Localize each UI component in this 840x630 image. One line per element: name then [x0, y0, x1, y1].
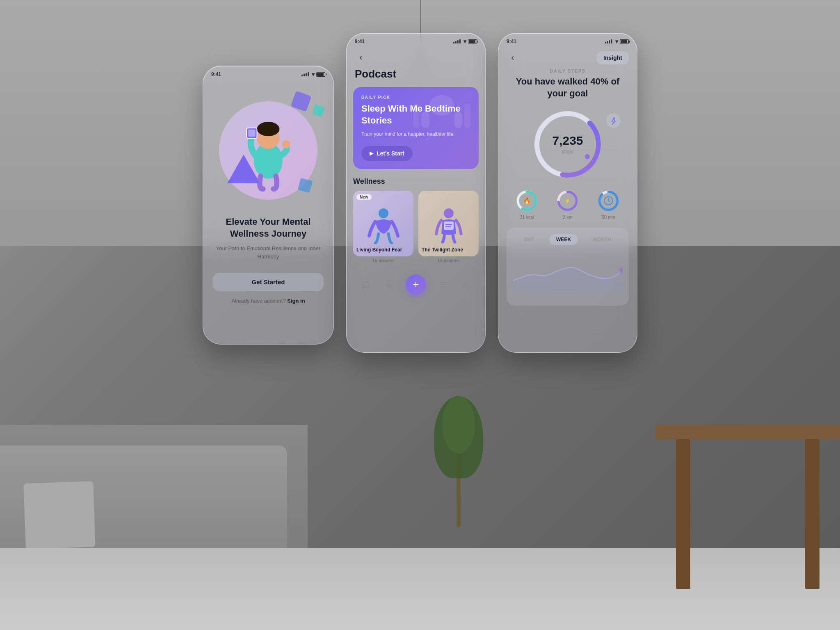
play-icon: ▶ [370, 151, 373, 156]
status-icons-1: ▾ [301, 71, 325, 78]
podcast-header: ‹ [347, 48, 485, 68]
chart-day-th: Th [566, 294, 572, 299]
daily-steps-label: DAILY STEPS [507, 68, 629, 73]
onboarding-content: Elevate Your Mental Wellness Journey You… [203, 216, 333, 316]
battery-icon-2 [468, 39, 477, 44]
wellness-cards-row: New Living Beyond Fear [353, 191, 479, 256]
steps-headline: You have walked 40% of your goal [507, 76, 629, 99]
status-bar-2: 9:41 ▾ [347, 33, 485, 48]
chart-day-mo: Mo [518, 294, 524, 299]
podcast-page-title: Podcast [347, 68, 485, 87]
signin-link[interactable]: Sign in [287, 298, 305, 304]
metric-distance: ⚡ 2 km [556, 189, 579, 219]
deco-square-2 [312, 104, 325, 117]
metric-calories: 🔥 31 kcal [516, 189, 538, 219]
battery-icon-1 [316, 72, 325, 77]
triangle-decoration [227, 155, 260, 183]
svg-point-25 [464, 281, 468, 285]
chart-day-sa: Sa [596, 294, 601, 299]
wellness-card-2[interactable]: The Twilight Zone [418, 191, 479, 256]
chart-tab-month[interactable]: MONTH [587, 234, 618, 245]
chart-day-fr: Fr [582, 294, 586, 299]
chart-day-tu: Tu [534, 294, 539, 299]
lets-start-button[interactable]: ▶ Let's Start [361, 146, 413, 161]
steps-chart-svg [513, 250, 622, 291]
chart-tabs: DAY WEEK MONTH [513, 234, 622, 245]
time-label: 50 min [602, 215, 615, 219]
wellness-card-2-duration: 15 minutes [418, 258, 479, 263]
pillow [23, 481, 95, 549]
add-fab-button[interactable]: + [406, 274, 426, 295]
time-ring [597, 189, 620, 212]
status-icons-2: ▾ [453, 38, 477, 45]
side-table [655, 425, 840, 589]
phone-steps: 9:41 ▾ ‹ Insight DAILY STEPS You have wa… [498, 33, 637, 353]
wellness-duration-row: 15 minutes 15 minutes [353, 258, 479, 263]
svg-point-2 [257, 122, 280, 136]
chart-tab-week[interactable]: WEEK [550, 234, 578, 245]
svg-text:⚡: ⚡ [564, 198, 571, 204]
home-nav-icon[interactable] [361, 280, 371, 290]
signin-prompt: Already have account? Sign in [231, 298, 305, 304]
bottom-nav: + [347, 269, 485, 301]
phone-onboarding: 9:41 ▾ [203, 66, 334, 345]
steps-number: 7,235 [552, 134, 583, 148]
list-nav-icon[interactable] [438, 280, 448, 290]
walker-icon [606, 114, 621, 128]
svg-text:🔥: 🔥 [523, 197, 531, 204]
status-bar-1: 9:41 ▾ [203, 66, 333, 81]
signal-icon-1 [301, 72, 309, 76]
wellness-card-1-title: Living Beyond Fear [356, 247, 410, 253]
status-bar-3: 9:41 ▾ [498, 33, 637, 48]
insight-button[interactable]: Insight [597, 51, 629, 64]
signal-icon-3 [605, 39, 612, 43]
wifi-icon-2: ▾ [463, 38, 466, 45]
distance-label: 2 km [563, 215, 573, 219]
chart-days: Mo Tu We Th Fr Sa Su [513, 294, 622, 299]
chart-tab-day[interactable]: DAY [518, 234, 541, 245]
phones-container: 9:41 ▾ [203, 33, 637, 353]
chart-area [513, 250, 622, 291]
back-button-3[interactable]: ‹ [507, 52, 519, 64]
calories-ring: 🔥 [516, 189, 538, 212]
deco-square [290, 91, 311, 112]
onboarding-illustration [203, 85, 333, 216]
podcast-card-title: Sleep With Me Bedtime Stories [361, 103, 470, 126]
plant [446, 384, 471, 527]
svg-point-30 [613, 117, 614, 119]
distance-ring: ⚡ [556, 189, 579, 212]
wifi-icon-3: ▾ [615, 38, 618, 45]
back-button-2[interactable]: ‹ [355, 51, 367, 64]
wellness-card-2-title: The Twilight Zone [422, 247, 475, 253]
profile-nav-icon[interactable] [461, 280, 471, 290]
svg-rect-20 [387, 281, 390, 286]
onboarding-subtitle: Your Path to Emotional Resilience and In… [213, 244, 324, 260]
steps-content: DAILY STEPS You have walked 40% of your … [498, 68, 637, 306]
svg-point-28 [585, 154, 590, 159]
mic-nav-icon[interactable] [383, 280, 393, 290]
get-started-button[interactable]: Get Started [213, 273, 324, 291]
status-time-1: 9:41 [211, 71, 221, 77]
podcast-featured-card[interactable]: ♪ ♫ ♪ DAILY PICK Sleep With Me Bedtime S… [353, 87, 479, 169]
steps-count-display: 7,235 steps [552, 134, 583, 155]
metrics-row: 🔥 31 kcal ⚡ 2 km [507, 189, 629, 219]
onboarding-title: Elevate Your Mental Wellness Journey [213, 216, 324, 240]
svg-point-4 [282, 140, 290, 148]
battery-icon-3 [620, 39, 629, 44]
steps-ring-container: 7,235 steps [507, 107, 629, 181]
svg-rect-17 [444, 221, 454, 230]
wellness-card-1[interactable]: New Living Beyond Fear [353, 191, 413, 256]
metric-time: 50 min [597, 189, 620, 219]
illustration-circle [219, 101, 317, 200]
svg-rect-6 [248, 130, 256, 137]
wellness-title: Wellness [353, 177, 479, 186]
chart-day-we: We [550, 294, 556, 299]
chart-section: DAY WEEK MONTH [507, 228, 629, 306]
daily-pick-label: DAILY PICK [361, 95, 470, 100]
podcast-card-desc: Train your mind for a happier, healthier… [361, 130, 470, 138]
svg-point-16 [444, 208, 454, 218]
svg-point-15 [379, 208, 388, 218]
steps-unit: steps [562, 149, 574, 155]
wellness-card-1-badge: New [356, 194, 372, 200]
svg-line-41 [608, 201, 610, 202]
